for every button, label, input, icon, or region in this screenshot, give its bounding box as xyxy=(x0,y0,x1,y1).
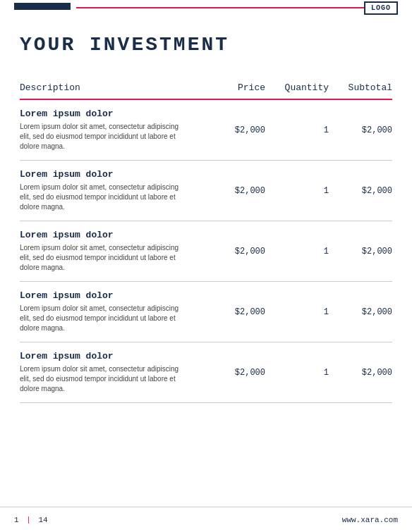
row-description: Lorem ipsum dolor Lorem ipsum dolor sit … xyxy=(20,351,195,394)
page-footer: 1 | 14 www.xara.com xyxy=(0,507,412,532)
header-line xyxy=(76,7,364,8)
row-body-text: Lorem ipsum dolor sit amet, consectetur … xyxy=(20,122,181,151)
col-quantity-label: Quantity xyxy=(265,82,329,93)
table-row: Lorem ipsum dolor Lorem ipsum dolor sit … xyxy=(20,100,392,161)
row-title: Lorem ipsum dolor xyxy=(20,230,181,240)
logo-box: LOGO xyxy=(364,1,398,15)
row-subtotal: $2,000 xyxy=(329,290,392,333)
row-title: Lorem ipsum dolor xyxy=(20,169,181,180)
table-row: Lorem ipsum dolor Lorem ipsum dolor sit … xyxy=(20,282,392,342)
row-description: Lorem ipsum dolor Lorem ipsum dolor sit … xyxy=(20,169,195,212)
table-row: Lorem ipsum dolor Lorem ipsum dolor sit … xyxy=(20,221,392,282)
footer-divider: | xyxy=(26,516,35,524)
row-subtotal: $2,000 xyxy=(329,109,392,151)
table-body: Lorem ipsum dolor Lorem ipsum dolor sit … xyxy=(20,100,392,403)
header-accent-blue xyxy=(14,3,71,10)
row-body-text: Lorem ipsum dolor sit amet, consectetur … xyxy=(20,243,181,273)
header-bar: LOGO xyxy=(0,0,412,13)
row-quantity: 1 xyxy=(265,351,329,394)
row-price: $2,000 xyxy=(195,109,265,151)
row-title: Lorem ipsum dolor xyxy=(20,290,181,301)
page-container: LOGO YOUR INVESTMENT Description Price Q… xyxy=(0,0,412,532)
page-title: YOUR INVESTMENT xyxy=(20,34,392,56)
row-body-text: Lorem ipsum dolor sit amet, consectetur … xyxy=(20,364,181,394)
footer-website: www.xara.com xyxy=(342,516,398,524)
row-price: $2,000 xyxy=(195,351,265,394)
row-quantity: 1 xyxy=(265,109,329,151)
col-price-label: Price xyxy=(195,82,265,93)
table-header: Description Price Quantity Subtotal xyxy=(20,77,392,100)
table-row: Lorem ipsum dolor Lorem ipsum dolor sit … xyxy=(20,161,392,221)
footer-page-total: 14 xyxy=(38,516,47,524)
row-body-text: Lorem ipsum dolor sit amet, consectetur … xyxy=(20,304,181,333)
main-content: YOUR INVESTMENT Description Price Quanti… xyxy=(20,21,392,504)
table-row: Lorem ipsum dolor Lorem ipsum dolor sit … xyxy=(20,342,392,403)
row-quantity: 1 xyxy=(265,230,329,273)
row-description: Lorem ipsum dolor Lorem ipsum dolor sit … xyxy=(20,230,195,273)
row-quantity: 1 xyxy=(265,290,329,333)
row-price: $2,000 xyxy=(195,169,265,212)
row-price: $2,000 xyxy=(195,290,265,333)
col-subtotal-label: Subtotal xyxy=(329,82,392,93)
row-title: Lorem ipsum dolor xyxy=(20,109,181,119)
footer-page-info: 1 | 14 xyxy=(14,516,48,524)
row-price: $2,000 xyxy=(195,230,265,273)
row-description: Lorem ipsum dolor Lorem ipsum dolor sit … xyxy=(20,290,195,333)
row-subtotal: $2,000 xyxy=(329,169,392,212)
footer-page-number: 1 xyxy=(14,516,19,524)
row-description: Lorem ipsum dolor Lorem ipsum dolor sit … xyxy=(20,109,195,151)
row-quantity: 1 xyxy=(265,169,329,212)
row-subtotal: $2,000 xyxy=(329,351,392,394)
row-title: Lorem ipsum dolor xyxy=(20,351,181,361)
row-subtotal: $2,000 xyxy=(329,230,392,273)
col-description-label: Description xyxy=(20,82,195,93)
row-body-text: Lorem ipsum dolor sit amet, consectetur … xyxy=(20,183,181,212)
